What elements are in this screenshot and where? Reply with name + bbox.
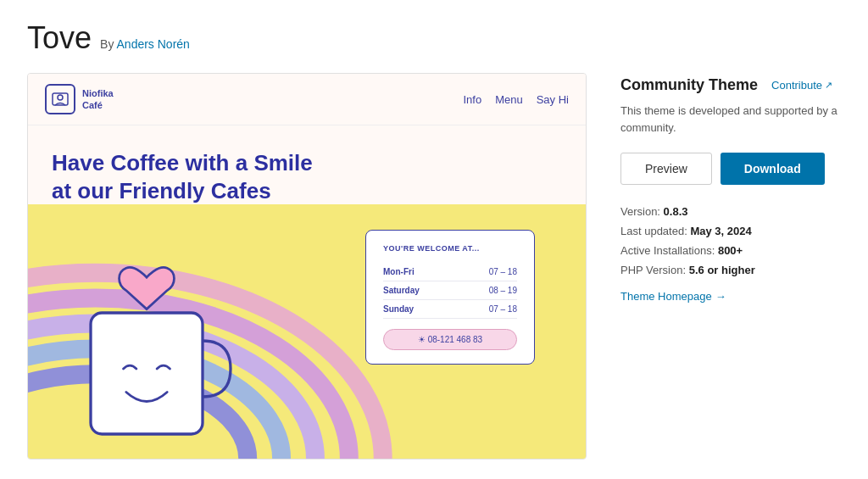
theme-logo-text: Niofika Café bbox=[82, 87, 114, 112]
community-header: Community Theme Contribute bbox=[620, 76, 841, 94]
theme-logo: Niofika Café bbox=[45, 84, 114, 114]
nav-link-info[interactable]: Info bbox=[463, 93, 481, 106]
active-installations-row: Active Installations: 800+ bbox=[620, 244, 841, 257]
theme-hero: Have Coffee with a Smile at our Friendly… bbox=[28, 125, 586, 204]
author-link[interactable]: Anders Norén bbox=[117, 37, 190, 51]
meta-info: Version: 0.8.3 Last updated: May 3, 2024… bbox=[620, 205, 841, 276]
download-button[interactable]: Download bbox=[721, 153, 825, 185]
info-card: YOU'RE WELCOME AT... Mon-Fri 07 – 18 Sat… bbox=[365, 230, 535, 365]
php-version-row: PHP Version: 5.6 or higher bbox=[620, 264, 841, 276]
button-row: Preview Download bbox=[620, 153, 841, 185]
theme-nav: Niofika Café Info Menu Say Hi bbox=[28, 74, 586, 125]
contribute-link[interactable]: Contribute bbox=[771, 79, 832, 92]
coffee-mug bbox=[53, 238, 240, 442]
svg-point-1 bbox=[58, 95, 63, 100]
info-card-row-saturday: Saturday 08 – 19 bbox=[383, 281, 517, 300]
last-updated-row: Last updated: May 3, 2024 bbox=[620, 225, 841, 237]
theme-illustration: YOU'RE WELCOME AT... Mon-Fri 07 – 18 Sat… bbox=[28, 204, 586, 459]
theme-hero-title: Have Coffee with a Smile at our Friendly… bbox=[52, 149, 323, 204]
theme-preview-panel: Niofika Café Info Menu Say Hi Have Coffe… bbox=[27, 73, 587, 460]
svg-rect-7 bbox=[91, 313, 203, 434]
theme-nav-links: Info Menu Say Hi bbox=[463, 93, 569, 106]
community-description: This theme is developed and supported by… bbox=[620, 103, 841, 136]
nav-link-menu[interactable]: Menu bbox=[495, 93, 523, 106]
nav-link-sayhi[interactable]: Say Hi bbox=[537, 93, 569, 106]
info-card-phone: ☀ 08-121 468 83 bbox=[383, 329, 517, 350]
page-title: Tove bbox=[27, 20, 92, 56]
version-row: Version: 0.8.3 bbox=[620, 205, 841, 218]
page-author: By Anders Norén bbox=[100, 37, 190, 51]
theme-homepage-link[interactable]: Theme Homepage bbox=[620, 290, 841, 303]
info-panel: Community Theme Contribute This theme is… bbox=[620, 73, 841, 303]
info-card-row-monFri: Mon-Fri 07 – 18 bbox=[383, 263, 517, 281]
preview-button[interactable]: Preview bbox=[620, 153, 712, 185]
page-header: Tove By Anders Norén bbox=[27, 20, 841, 56]
community-title: Community Theme bbox=[620, 76, 758, 94]
info-card-title: YOU'RE WELCOME AT... bbox=[383, 244, 517, 253]
main-layout: Niofika Café Info Menu Say Hi Have Coffe… bbox=[27, 73, 841, 460]
theme-logo-icon bbox=[45, 84, 75, 114]
info-card-row-sunday: Sunday 07 – 18 bbox=[383, 300, 517, 319]
